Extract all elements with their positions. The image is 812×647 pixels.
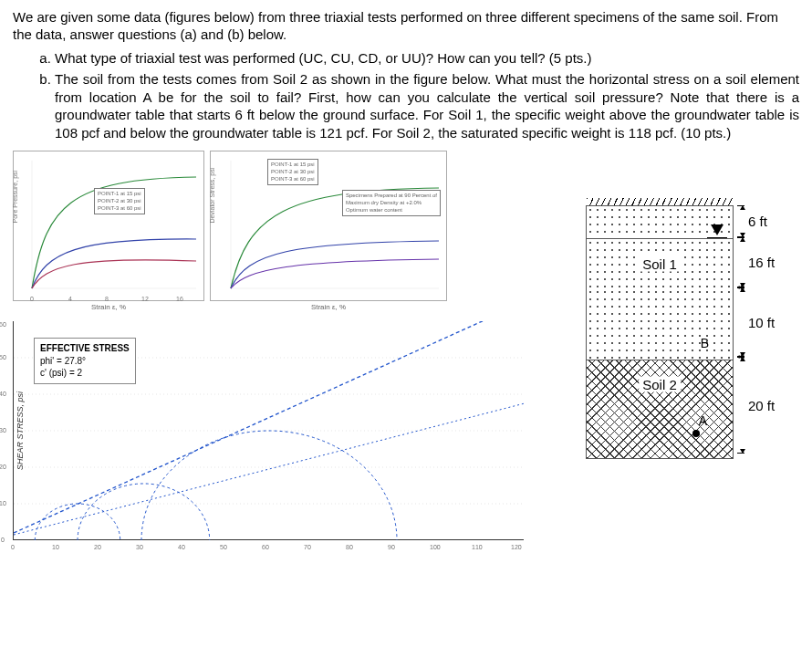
dev-note2: Maximum dry Density at +2.0% — [346, 200, 437, 207]
mohr-legend: EFFECTIVE STRESS phi' = 27.8° c' (psi) =… — [34, 338, 136, 384]
layer-above-gw — [587, 206, 733, 238]
question-a: What type of triaxial test was performed… — [55, 49, 799, 68]
ptx2: 4 — [68, 296, 72, 302]
dev-legend-tr: POINT-1 at 15 psi POINT-2 at 30 psi POIN… — [267, 159, 318, 185]
myt5: 50 — [0, 354, 6, 360]
layer-soil1-lower: B — [587, 288, 733, 360]
svg-line-10 — [14, 403, 525, 535]
ptx4: 8 — [105, 296, 109, 302]
pore-xlabel: Strain ε, % — [91, 303, 126, 311]
question-list: What type of triaxial test was performed… — [13, 49, 799, 142]
soil-column: Soil 1 B Soil 2 A — [586, 205, 734, 459]
dim-bar-icon — [737, 287, 744, 357]
dev-ylabel: Deviator Stress, psi — [209, 167, 215, 223]
mxt0: 0 — [11, 544, 15, 549]
soil1-label: Soil 1 — [639, 256, 681, 272]
myt0: 0 — [1, 537, 5, 543]
mohr-ylabel: SHEAR STRESS, psi — [16, 391, 25, 469]
mxt3: 30 — [136, 544, 143, 549]
myt6: 60 — [0, 321, 6, 328]
mxt7: 70 — [304, 544, 311, 549]
water-table-icon — [711, 224, 724, 235]
dim-bar-icon — [737, 205, 744, 237]
mxt1: 10 — [52, 544, 59, 549]
dim-bar-icon — [737, 357, 744, 454]
dev-note1: Specimens Prepared at 90 Percent of — [346, 193, 437, 200]
layer-soil1-upper: Soil 1 — [587, 238, 733, 288]
layer-soil2: Soil 2 A — [587, 360, 733, 458]
dev-xlabel: Strain ε, % — [311, 303, 346, 311]
dev-leg2: POINT-2 at 30 psi — [271, 169, 315, 176]
soil-profile: Soil 1 B Soil 2 A 6 ft 16 ft ✶ — [586, 205, 810, 459]
mxt4: 40 — [178, 544, 185, 549]
myt3: 30 — [0, 427, 6, 433]
pore-legend-2: POINT-2 at 30 psi — [98, 198, 141, 205]
pore-legend-1: POINT-1 at 15 psi — [98, 191, 141, 198]
myt4: 40 — [0, 391, 6, 397]
question-a-text: What type of triaxial test was performed… — [55, 50, 592, 66]
pore-legend-3: POINT-3 at 60 psi — [98, 205, 141, 213]
question-b-text: The soil from the tests comes from Soil … — [55, 71, 799, 141]
soil2-label: Soil 2 — [639, 376, 681, 391]
mxt5: 50 — [220, 544, 227, 549]
dim-bar-icon — [737, 237, 744, 287]
problem-intro: We are given some data (figures below) f… — [13, 9, 799, 44]
point-a-label: A — [699, 413, 707, 428]
point-a-marker-icon — [692, 430, 700, 437]
dim-6ft: 6 ft — [748, 214, 767, 229]
dev-note-box: Specimens Prepared at 90 Percent of Maxi… — [342, 190, 441, 216]
mxt12: 120 — [511, 544, 522, 549]
dimension-column: 6 ft 16 ft ✶ 10 ft ✶ 20 ft — [737, 205, 775, 454]
point-b-label: B — [701, 336, 709, 350]
dim-10ft: 10 ft — [748, 315, 775, 330]
mohr-legend-hd: EFFECTIVE STRESS — [40, 342, 130, 355]
chart-mohr: SHEAR STRESS, psi — [13, 321, 524, 540]
pore-legend: POINT-1 at 15 psi POINT-2 at 30 psi POIN… — [94, 188, 145, 214]
dim-16ft: 16 ft — [748, 255, 775, 270]
mxt2: 20 — [94, 544, 101, 549]
myt2: 20 — [0, 464, 6, 470]
ptx6: 12 — [141, 296, 149, 302]
pore-ylabel: Pore Pressure, psi — [12, 170, 18, 223]
mxt8: 80 — [346, 544, 353, 549]
chart-pore-pressure: Pore Pressure, psi POINT-1 at 15 psi — [13, 151, 204, 301]
dev-leg1: POINT-1 at 15 psi — [271, 162, 315, 169]
mxt11: 110 — [472, 544, 483, 549]
myt1: 10 — [0, 500, 6, 506]
dev-leg3: POINT-3 at 60 psi — [271, 176, 315, 183]
ground-surface-icon — [587, 198, 733, 205]
mxt9: 90 — [388, 544, 395, 549]
question-b: The soil from the tests comes from Soil … — [55, 70, 799, 141]
mxt10: 100 — [430, 544, 441, 549]
mohr-legend-l2: c' (psi) = 2 — [40, 367, 130, 380]
ptx8: 16 — [176, 296, 183, 302]
mohr-legend-l1: phi' = 27.8° — [40, 355, 130, 368]
dim-20ft: 20 ft — [748, 398, 775, 413]
dev-note3: Optimum water content — [346, 207, 437, 214]
chart-deviator: Deviator Stress, psi POINT-1 at 15 psi P… — [210, 151, 447, 301]
ptx0: 0 — [30, 296, 34, 302]
mxt6: 60 — [262, 544, 269, 549]
